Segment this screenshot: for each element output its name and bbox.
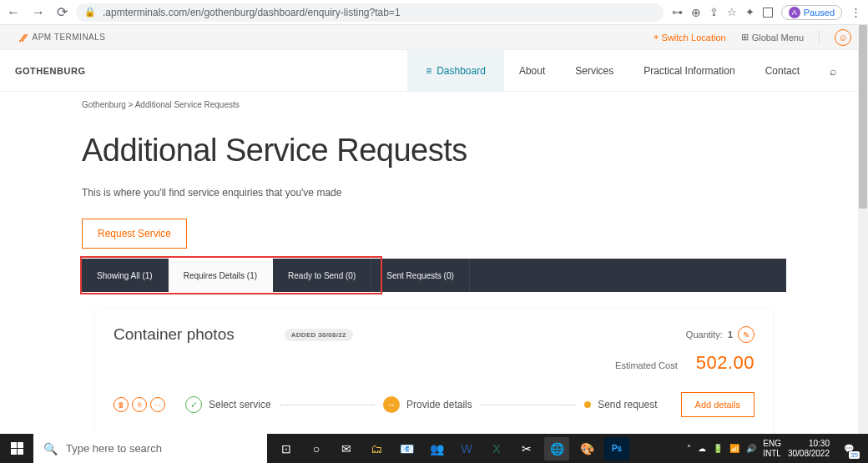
address-bar[interactable]: 🔒 .apmterminals.com/en/gothenburg/dashbo… bbox=[76, 3, 664, 22]
search-icon: 🔍 bbox=[43, 442, 58, 455]
kebab-menu-icon[interactable]: ⋮ bbox=[850, 6, 861, 18]
forward-icon[interactable]: → bbox=[32, 5, 45, 20]
nav-dashboard[interactable]: ≡ Dashboard bbox=[407, 50, 504, 92]
wifi-icon[interactable]: 📶 bbox=[729, 444, 739, 453]
card-title: Container photos bbox=[114, 325, 235, 344]
taskbar-search[interactable]: 🔍 Type here to search bbox=[33, 434, 267, 463]
progress-connector bbox=[481, 405, 576, 405]
profile-paused-pill[interactable]: A Paused bbox=[781, 5, 842, 20]
chrome-icon[interactable]: 🌐 bbox=[544, 437, 569, 460]
utility-links: ⌖ Switch Location ⊞ Global Menu ☺ bbox=[654, 29, 851, 46]
page-content: Gothenburg > Additional Service Requests… bbox=[0, 92, 868, 434]
scrollbar-thumb[interactable] bbox=[859, 25, 867, 209]
request-service-button[interactable]: Request Service bbox=[82, 219, 187, 249]
cost-value: 502.00 bbox=[696, 352, 754, 374]
teams-icon[interactable]: 👥 bbox=[424, 437, 449, 460]
outlook-icon[interactable]: 📧 bbox=[394, 437, 419, 460]
edit-quantity-icon[interactable]: ✎ bbox=[738, 326, 754, 343]
step-provide-details: → Provide details bbox=[383, 396, 472, 413]
arrow-right-icon: → bbox=[383, 396, 400, 413]
step-select-service: ✓ Select service bbox=[185, 396, 271, 413]
terminal-name[interactable]: GOTHENBURG bbox=[15, 66, 85, 76]
onedrive-icon[interactable]: ☁ bbox=[698, 444, 706, 453]
snip-icon[interactable]: ✂ bbox=[514, 437, 539, 460]
extensions-icon[interactable]: ✦ bbox=[745, 6, 754, 18]
lock-icon: 🔒 bbox=[84, 7, 96, 18]
notification-count: 35 bbox=[849, 451, 860, 459]
breadcrumb-root[interactable]: Gothenburg bbox=[82, 100, 126, 109]
file-explorer-icon[interactable]: 🗂 bbox=[364, 437, 389, 460]
mail-icon[interactable]: ✉ bbox=[334, 437, 359, 460]
pin-icon: ⌖ bbox=[654, 32, 659, 43]
nav-links: ≡ Dashboard About Services Practical Inf… bbox=[407, 50, 851, 92]
grid-icon: ⊞ bbox=[741, 32, 749, 43]
search-placeholder: Type here to search bbox=[66, 442, 162, 455]
excel-icon[interactable]: X bbox=[484, 437, 509, 460]
windows-icon bbox=[11, 442, 23, 455]
cost-label: Estimated Cost bbox=[615, 360, 678, 370]
request-card: Container photos ADDED 30/08/22 Quantity… bbox=[95, 309, 773, 434]
browser-toolbar: ← → ⟳ 🔒 .apmterminals.com/en/gothenburg/… bbox=[0, 0, 868, 25]
nav-contact[interactable]: Contact bbox=[750, 50, 815, 92]
quantity-value: 1 bbox=[728, 330, 733, 340]
card-header: Container photos ADDED 30/08/22 Quantity… bbox=[114, 325, 754, 344]
key-icon[interactable]: ⊶ bbox=[672, 6, 683, 18]
cortana-icon[interactable]: ○ bbox=[304, 437, 329, 460]
site-logo[interactable]: ⫽ APM TERMINALS bbox=[17, 31, 106, 44]
notifications-icon[interactable]: 💬35 bbox=[836, 437, 861, 460]
star-icon[interactable]: ☆ bbox=[727, 6, 737, 18]
taskbar-apps: ⊡ ○ ✉ 🗂 📧 👥 W X ✂ 🌐 🎨 Ps bbox=[267, 437, 680, 460]
nav-about[interactable]: About bbox=[504, 50, 560, 92]
progress-row: 🗑 ⎘ ⋯ ✓ Select service → Provide details bbox=[114, 392, 754, 417]
share-icon[interactable]: ⇪ bbox=[709, 6, 719, 18]
word-icon[interactable]: W bbox=[454, 437, 479, 460]
user-account-icon[interactable]: ☺ bbox=[835, 29, 851, 46]
copy-icon[interactable]: ⎘ bbox=[132, 397, 147, 412]
add-details-button[interactable]: Add details bbox=[681, 392, 754, 417]
paint-icon[interactable]: 🎨 bbox=[574, 437, 599, 460]
switch-location-link[interactable]: ⌖ Switch Location bbox=[654, 32, 726, 43]
quantity-display: Quantity: 1 ✎ bbox=[686, 326, 754, 343]
breadcrumb-current: Additional Service Requests bbox=[135, 100, 240, 109]
tab-showing-all[interactable]: Showing All (1) bbox=[82, 259, 169, 292]
page-viewport: ⫽ APM TERMINALS ⌖ Switch Location ⊞ Glob… bbox=[0, 25, 868, 434]
battery-icon[interactable]: 🔋 bbox=[713, 444, 723, 453]
breadcrumb: Gothenburg > Additional Service Requests bbox=[82, 92, 786, 109]
start-button[interactable] bbox=[0, 442, 33, 455]
more-icon[interactable]: ⋯ bbox=[150, 397, 165, 412]
logo-mark-icon: ⫽ bbox=[17, 31, 29, 44]
cost-row: Estimated Cost 502.00 bbox=[114, 352, 754, 374]
global-menu-link[interactable]: ⊞ Global Menu bbox=[741, 32, 804, 43]
check-icon: ✓ bbox=[185, 396, 202, 413]
url-text: .apmterminals.com/en/gothenburg/dashboar… bbox=[103, 7, 401, 18]
nav-practical-information[interactable]: Practical Information bbox=[628, 50, 749, 92]
progress-connector bbox=[280, 405, 375, 405]
volume-icon[interactable]: 🔊 bbox=[746, 444, 756, 453]
delete-icon[interactable]: 🗑 bbox=[114, 397, 129, 412]
vertical-scrollbar[interactable] bbox=[858, 25, 868, 434]
status-tabs: Showing All (1) Requires Details (1) Rea… bbox=[82, 259, 786, 292]
avatar-icon: A bbox=[789, 7, 800, 18]
added-date-badge: ADDED 30/08/22 bbox=[285, 329, 353, 341]
list-icon: ≡ bbox=[426, 65, 431, 77]
task-view-icon[interactable]: ⊡ bbox=[274, 437, 299, 460]
photoshop-icon[interactable]: Ps bbox=[604, 437, 629, 460]
clock[interactable]: 10:30 30/08/2022 bbox=[788, 439, 830, 459]
divider bbox=[819, 31, 820, 44]
zoom-icon[interactable]: ⊕ bbox=[691, 6, 701, 19]
nav-services[interactable]: Services bbox=[560, 50, 628, 92]
site-utility-bar: ⫽ APM TERMINALS ⌖ Switch Location ⊞ Glob… bbox=[0, 25, 868, 50]
step-send-request: Send request bbox=[584, 399, 657, 410]
back-icon[interactable]: ← bbox=[7, 5, 20, 20]
tab-ready-to-send[interactable]: Ready to Send (0) bbox=[273, 259, 371, 292]
language-indicator[interactable]: ENG INTL bbox=[763, 439, 781, 459]
browser-nav-buttons: ← → ⟳ bbox=[7, 4, 68, 20]
tab-requires-details[interactable]: Requires Details (1) bbox=[169, 258, 273, 292]
panel-icon[interactable] bbox=[763, 8, 773, 18]
tab-sent-requests[interactable]: Sent Requests (0) bbox=[371, 259, 470, 292]
tabs-container: Showing All (1) Requires Details (1) Rea… bbox=[82, 259, 786, 434]
nav-search-icon[interactable]: ⌕ bbox=[815, 50, 851, 92]
tray-chevron-icon[interactable]: ˄ bbox=[687, 444, 691, 453]
browser-right-controls: ⊶ ⊕ ⇪ ☆ ✦ A Paused ⋮ bbox=[672, 5, 861, 20]
reload-icon[interactable]: ⟳ bbox=[57, 4, 68, 20]
